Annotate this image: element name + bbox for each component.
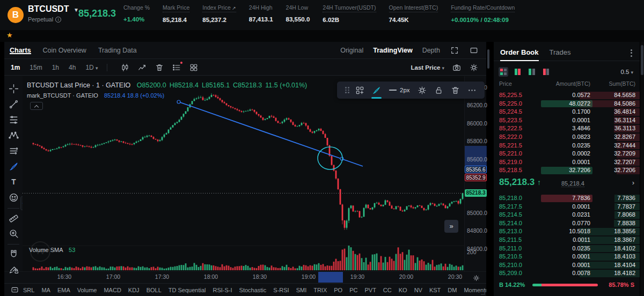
indicator-rsi-s-i[interactable]: RSI-S-I xyxy=(213,287,232,293)
indicator-smi[interactable]: SMI xyxy=(296,287,307,293)
trash-icon[interactable] xyxy=(451,86,460,95)
tab-trading-data[interactable]: Trading Data xyxy=(98,47,137,54)
tool-brush[interactable] xyxy=(6,159,20,173)
tool-crosshair[interactable] xyxy=(6,82,20,95)
indicator-nv[interactable]: NV xyxy=(414,287,422,293)
info-icon[interactable]: i xyxy=(55,17,61,23)
gear-icon[interactable] xyxy=(418,86,427,95)
indicator-cc[interactable]: CC xyxy=(383,287,392,293)
ob-mode-asks-only[interactable] xyxy=(541,67,551,77)
bid-row[interactable]: 85,214.00.07707.8838 xyxy=(494,219,640,228)
ob-mode-side-by-side[interactable] xyxy=(513,67,523,77)
view-mode-tradingview[interactable]: TradingView xyxy=(373,47,412,54)
ask-row[interactable]: 85,224.50.170036.4814 xyxy=(494,108,640,116)
ask-row[interactable]: 85,223.50.000136.3114 xyxy=(494,116,640,125)
tab-coin-overview[interactable]: Coin Overview xyxy=(43,47,86,54)
ask-row[interactable]: 85,222.53.484636.3113 xyxy=(494,124,640,133)
interval-1h[interactable]: 1h xyxy=(52,64,59,71)
tab-charts[interactable]: Charts xyxy=(10,47,31,54)
indicator-srl[interactable]: SRL xyxy=(23,287,34,293)
drawing-list-icon[interactable] xyxy=(172,63,181,72)
bid-row[interactable]: 85,211.00.023518.4102 xyxy=(494,245,640,253)
indicator-kdj[interactable]: KDJ xyxy=(128,287,140,293)
ask-row[interactable]: 85,225.048.027284.5086 xyxy=(494,100,640,108)
ask-row[interactable]: 85,219.00.000132.7207 xyxy=(494,158,640,167)
layout-grid-icon[interactable] xyxy=(189,63,199,72)
ask-row[interactable]: 85,221.50.023532.7444 xyxy=(494,142,640,150)
interval-1m[interactable]: 1m xyxy=(11,64,20,71)
chevron-right-icon[interactable]: › xyxy=(632,179,634,187)
active-brush-tool-icon[interactable] xyxy=(372,86,381,95)
legend-collapse-button[interactable] xyxy=(30,102,43,110)
bid-row[interactable]: 85,211.50.001118.3867 xyxy=(494,236,640,245)
gear-icon[interactable] xyxy=(471,273,481,283)
scroll-to-recent-button[interactable]: » xyxy=(444,220,458,233)
candle-style-icon[interactable] xyxy=(120,63,130,72)
bid-row[interactable]: 85,210.00.000118.4104 xyxy=(494,261,640,270)
price-type-dropdown[interactable]: Last Price▾ xyxy=(411,64,444,71)
interval-dropdown[interactable]: 1D ▾ xyxy=(85,64,98,71)
indicator-s-rsi[interactable]: S-RSI xyxy=(273,287,289,293)
indicator-pvt[interactable]: PVT xyxy=(364,287,376,293)
external-link-icon[interactable]: ↗ xyxy=(231,5,236,11)
mid-mark-price[interactable]: 85,218.4 xyxy=(561,180,584,187)
tool-zoom-in[interactable] xyxy=(6,226,20,240)
time-axis[interactable]: 16:3017:0017:3018:0018:3019:0019:3020:00… xyxy=(4,271,486,282)
favorite-star-icon[interactable]: ★ xyxy=(6,31,13,39)
indicator-dm[interactable]: DM xyxy=(448,287,457,293)
candlestick-chart[interactable] xyxy=(23,76,464,271)
trash-icon[interactable] xyxy=(155,63,164,72)
toolbar-drag-handle[interactable] xyxy=(345,87,349,93)
ob-tab-trades[interactable]: Trades xyxy=(550,45,571,61)
view-mode-depth[interactable]: Depth xyxy=(422,47,440,54)
indicators-icon[interactable] xyxy=(137,63,147,72)
indicator-trix[interactable]: TRIX xyxy=(313,287,327,293)
camera-icon[interactable] xyxy=(452,63,462,72)
bid-row[interactable]: 85,214.50.02317.8068 xyxy=(494,211,640,219)
gear-icon[interactable] xyxy=(469,63,479,72)
bid-row[interactable]: 85,217.50.00017.7837 xyxy=(494,203,640,211)
interval-4h[interactable]: 4h xyxy=(69,64,76,71)
bid-row[interactable]: 85,210.50.000118.4103 xyxy=(494,253,640,261)
symbol-selector[interactable]: BTCUSDT ▼ xyxy=(28,4,79,14)
price-axis[interactable]: 86400.086200.086000.085800.085600.085000… xyxy=(464,76,486,271)
precision-dropdown[interactable]: 0.5▾ xyxy=(620,69,633,75)
ask-row[interactable]: 85,225.50.057284.5658 xyxy=(494,91,640,100)
lock-open-icon[interactable] xyxy=(434,86,443,95)
indicator-panel-icon[interactable] xyxy=(11,285,19,295)
bid-row[interactable]: 85,209.00.007818.4182 xyxy=(494,269,640,278)
indicator-pc[interactable]: PC xyxy=(349,287,357,293)
interval-15m[interactable]: 15m xyxy=(30,64,42,71)
ob-tab-order-book[interactable]: Order Book xyxy=(500,45,539,61)
ask-row[interactable]: 85,218.532.720632.7206 xyxy=(494,166,640,175)
ask-row[interactable]: 85,222.00.082332.8267 xyxy=(494,133,640,142)
indicator-boll[interactable]: BOLL xyxy=(147,287,162,293)
indicator-kst[interactable]: KST xyxy=(429,287,441,293)
indicator-ema[interactable]: EMA xyxy=(57,287,70,293)
template-plus-icon[interactable] xyxy=(355,86,364,95)
indicator-ko[interactable]: KO xyxy=(399,287,407,293)
tool-emoji[interactable] xyxy=(6,190,20,204)
indicator-td-sequential[interactable]: TD Sequential xyxy=(169,287,206,293)
resize-grip[interactable] xyxy=(481,291,485,295)
indicator-stochastic[interactable]: Stochastic xyxy=(239,287,267,293)
indicator-macd[interactable]: MACD xyxy=(104,287,121,293)
fullscreen-icon[interactable] xyxy=(450,46,459,55)
more-dots-icon[interactable] xyxy=(467,86,477,95)
page-scrollbar[interactable] xyxy=(640,42,644,296)
bid-row[interactable]: 85,218.07.78367.7836 xyxy=(494,194,640,203)
tool-xabcd-pattern[interactable] xyxy=(6,128,20,142)
ob-mode-split[interactable] xyxy=(499,67,508,77)
tool-projection[interactable] xyxy=(6,144,20,158)
panel-scrollbar-thumb[interactable] xyxy=(487,49,489,69)
tool-ruler[interactable] xyxy=(6,211,20,225)
popout-window-icon[interactable] xyxy=(469,46,479,55)
view-mode-original[interactable]: Original xyxy=(340,47,363,54)
line-width-selector[interactable]: 2px xyxy=(389,86,410,94)
indicator-ma[interactable]: MA xyxy=(41,287,50,293)
tool-text[interactable]: T xyxy=(6,175,20,189)
ask-row[interactable]: 85,221.00.000232.7209 xyxy=(494,150,640,158)
tool-magnet[interactable] xyxy=(6,247,20,261)
kebab-menu-icon[interactable] xyxy=(628,47,634,59)
tool-trend-line[interactable] xyxy=(6,97,20,111)
